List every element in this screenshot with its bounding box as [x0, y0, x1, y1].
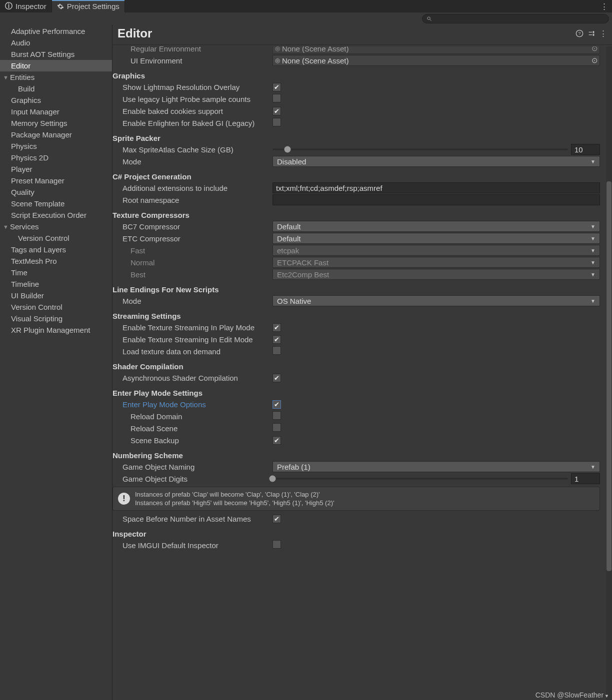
vertical-scrollbar[interactable] — [606, 46, 612, 700]
sidebar-item-version-control[interactable]: Version Control — [0, 301, 112, 313]
texture-streaming-play-checkbox[interactable] — [272, 323, 281, 332]
imgui-default-label: Use IMGUI Default Inspector — [112, 541, 272, 550]
sidebar-item-services-version-control[interactable]: Version Control — [0, 232, 112, 244]
section-numbering-scheme: Numbering Scheme — [112, 446, 603, 461]
sprite-mode-dropdown[interactable]: Disabled▼ — [272, 156, 600, 167]
reload-domain-label: Reload Domain — [112, 412, 272, 421]
info-icon: ⓘ — [5, 1, 12, 11]
texture-streaming-play-label: Enable Texture Streaming In Play Mode — [112, 323, 272, 332]
imgui-default-checkbox[interactable] — [272, 540, 281, 549]
sidebar-item-textmesh-pro[interactable]: TextMesh Pro — [0, 255, 112, 267]
sidebar-item-visual-scripting[interactable]: Visual Scripting — [0, 313, 112, 324]
sidebar-item-memory-settings[interactable]: Memory Settings — [0, 117, 112, 129]
atlas-cache-value[interactable]: 10 — [571, 144, 600, 155]
texture-streaming-edit-checkbox[interactable] — [272, 335, 281, 344]
enter-play-mode-options-checkbox[interactable] — [272, 400, 281, 409]
help-icon[interactable]: ? — [576, 29, 584, 37]
sidebar-item-burst-aot[interactable]: Burst AOT Settings — [0, 48, 112, 60]
line-ending-mode-label: Mode — [112, 297, 272, 305]
sidebar-item-services[interactable]: ▼ Services — [0, 221, 112, 232]
svg-text:?: ? — [578, 31, 581, 36]
tab-project-settings[interactable]: Project Settings — [52, 0, 125, 12]
show-lightmap-checkbox[interactable] — [272, 83, 281, 91]
etc-dropdown[interactable]: Default▼ — [272, 233, 600, 244]
sidebar-item-graphics[interactable]: Graphics — [0, 94, 112, 106]
section-streaming: Streaming Settings — [112, 307, 603, 321]
chevron-down-icon: ▼ — [590, 248, 596, 253]
tab-inspector[interactable]: ⓘ Inspector — [0, 0, 52, 12]
line-ending-mode-dropdown[interactable]: OS Native▼ — [272, 295, 600, 306]
go-digits-label: Game Object Digits — [112, 475, 272, 483]
gear-icon — [57, 3, 64, 10]
enlighten-checkbox[interactable] — [272, 118, 281, 126]
load-texture-demand-label: Load texture data on demand — [112, 347, 272, 356]
settings-icon[interactable] — [588, 29, 596, 37]
page-title: Editor — [118, 26, 572, 40]
etc-fast-dropdown[interactable]: etcpak▼ — [272, 245, 600, 256]
object-picker-icon[interactable]: ⊙ — [590, 56, 600, 65]
chevron-down-icon: ▼ — [590, 464, 596, 470]
sidebar-item-time[interactable]: Time — [0, 267, 112, 278]
baked-cookies-label: Enable baked cookies support — [112, 107, 272, 115]
sidebar-item-player[interactable]: Player — [0, 163, 112, 175]
sidebar-item-ui-builder[interactable]: UI Builder — [0, 290, 112, 301]
chevron-down-icon: ▼ — [590, 159, 596, 164]
legacy-lightprobe-label: Use legacy Light Probe sample counts — [112, 95, 272, 103]
scrollbar-thumb[interactable] — [606, 181, 612, 571]
sidebar-item-xr-plugin-management[interactable]: XR Plugin Management — [0, 324, 112, 336]
object-picker-icon[interactable]: ⊙ — [590, 46, 600, 53]
show-lightmap-label: Show Lightmap Resolution Overlay — [112, 83, 272, 91]
chevron-down-icon: ▼ — [590, 272, 596, 277]
etc-best-dropdown[interactable]: Etc2Comp Best▼ — [272, 269, 600, 280]
settings-scroll: Regular Environment ◎ None (Scene Asset)… — [112, 46, 606, 700]
bc7-dropdown[interactable]: Default▼ — [272, 221, 600, 232]
space-before-number-checkbox[interactable] — [272, 515, 281, 523]
go-naming-dropdown[interactable]: Prefab (1)▼ — [272, 461, 600, 472]
go-digits-slider[interactable] — [272, 474, 568, 483]
reload-scene-checkbox[interactable] — [272, 423, 281, 432]
section-enter-play-mode: Enter Play Mode Settings — [112, 384, 603, 398]
etc-fast-label: Fast — [112, 246, 272, 255]
search-input[interactable] — [422, 14, 609, 23]
ui-environment-field[interactable]: ◎ None (Scene Asset) ⊙ — [272, 55, 600, 66]
kebab-icon[interactable]: ⋮ — [600, 29, 607, 38]
load-texture-demand-checkbox[interactable] — [272, 346, 281, 355]
go-digits-value[interactable]: 1 — [571, 473, 600, 484]
reload-scene-label: Reload Scene — [112, 424, 272, 433]
sidebar-item-entities-build[interactable]: Build — [0, 83, 112, 94]
root-namespace-input[interactable] — [272, 194, 600, 205]
additional-ext-input[interactable]: txt;xml;fnt;cd;asmdef;rsp;asmref — [272, 182, 600, 193]
section-inspector: Inspector — [112, 525, 603, 539]
tab-label: Inspector — [16, 2, 46, 10]
baked-cookies-checkbox[interactable] — [272, 107, 281, 115]
async-shader-checkbox[interactable] — [272, 374, 281, 382]
sidebar-item-editor[interactable]: Editor — [0, 60, 112, 71]
sidebar-item-entities[interactable]: ▼ Entities — [0, 71, 112, 83]
legacy-lightprobe-checkbox[interactable] — [272, 94, 281, 102]
scene-backup-checkbox[interactable] — [272, 436, 281, 445]
chevron-down-icon: ▼ — [590, 236, 596, 241]
reload-domain-checkbox[interactable] — [272, 411, 281, 420]
sidebar-item-tags-layers[interactable]: Tags and Layers — [0, 244, 112, 255]
kebab-icon: ⋮ — [600, 2, 608, 11]
sidebar-item-quality[interactable]: Quality — [0, 186, 112, 198]
sidebar-item-package-manager[interactable]: Package Manager — [0, 129, 112, 140]
atlas-cache-slider[interactable] — [272, 145, 568, 154]
window-menu-button[interactable]: ⋮ — [596, 0, 612, 12]
root-namespace-label: Root namespace — [112, 196, 272, 204]
sidebar-item-adaptive-performance[interactable]: Adaptive Performance — [0, 25, 112, 37]
sidebar-item-physics-2d[interactable]: Physics 2D — [0, 152, 112, 163]
sidebar-item-scene-template[interactable]: Scene Template — [0, 198, 112, 209]
go-naming-label: Game Object Naming — [112, 463, 272, 471]
sidebar-item-preset-manager[interactable]: Preset Manager — [0, 175, 112, 186]
sidebar-item-input-manager[interactable]: Input Manager — [0, 106, 112, 117]
sidebar-item-timeline[interactable]: Timeline — [0, 278, 112, 290]
section-sprite-packer: Sprite Packer — [112, 129, 603, 143]
sidebar-item-physics[interactable]: Physics — [0, 140, 112, 152]
sidebar-item-script-execution-order[interactable]: Script Execution Order — [0, 209, 112, 221]
regular-environment-field[interactable]: ◎ None (Scene Asset) ⊙ — [272, 46, 600, 54]
section-graphics: Graphics — [112, 66, 603, 81]
sidebar-item-audio[interactable]: Audio — [0, 37, 112, 48]
chevron-down-icon: ▼ — [590, 224, 596, 229]
etc-normal-dropdown[interactable]: ETCPACK Fast▼ — [272, 257, 600, 268]
